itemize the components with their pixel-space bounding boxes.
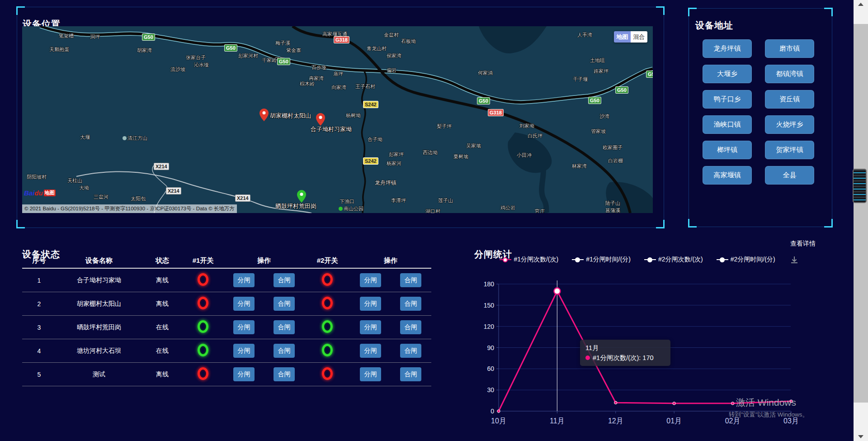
table-column-header: #1开关 xyxy=(183,256,223,265)
view-details-link[interactable]: 查看详情 xyxy=(790,240,816,248)
switch-1-indicator-green xyxy=(198,320,208,333)
map-pin-icon[interactable]: 晒鼓坪村荒田岗 xyxy=(297,190,306,203)
map-place-label: 刘家坳 xyxy=(519,123,534,129)
map-place-label: 陆子山 xyxy=(605,200,620,207)
address-button[interactable]: 高家堰镇 xyxy=(703,166,752,185)
legend-item[interactable]: #2分闸次数/(次) xyxy=(644,256,703,264)
operation-cell: 分闸合闸 xyxy=(350,297,431,311)
baidu-map[interactable]: 笔架槽洞坪天鹅抱蛋胡家湾梅子溪紫金寨二墩高家堰互通金盆村石板坳青龙山村侯家湾流沙… xyxy=(22,26,653,213)
svg-text:0: 0 xyxy=(491,408,494,415)
map-type-toggle[interactable]: 地图 混合 xyxy=(614,31,647,43)
address-button[interactable]: 火烧坪乡 xyxy=(765,115,814,134)
corner-decoration xyxy=(16,6,25,15)
operation-cell: 分闸合闸 xyxy=(223,297,305,311)
map-place-label: 湖口村 xyxy=(425,208,440,213)
address-button[interactable]: 龙舟坪镇 xyxy=(703,39,752,58)
map-place-label: 鸡公岩 xyxy=(500,204,515,211)
close-switch-button[interactable]: 合闸 xyxy=(400,344,421,358)
legend-marker-icon xyxy=(717,257,728,262)
address-button[interactable]: 都镇湾镇 xyxy=(765,65,814,83)
close-switch-button[interactable]: 合闸 xyxy=(400,367,421,381)
close-switch-button[interactable]: 合闸 xyxy=(400,273,421,287)
poi-icon xyxy=(123,136,127,140)
scrollbar-thumb[interactable] xyxy=(854,24,868,403)
map-place-label: 三盆河 xyxy=(94,194,108,200)
map-type-option-hybrid[interactable]: 混合 xyxy=(631,31,647,43)
map-place-label: 沁水垭 xyxy=(194,62,209,68)
map-place-label: 紫金寨 xyxy=(286,47,301,54)
map-place-label: 沙湾 xyxy=(599,113,609,120)
open-switch-button[interactable]: 分闸 xyxy=(233,320,255,334)
table-row: 2胡家棚村太阳山离线分闸合闸分闸合闸 xyxy=(22,292,431,316)
map-pin-label: 晒鼓坪村荒田岗 xyxy=(275,202,316,210)
map-pin-icon[interactable]: 合子坳村习家坳 xyxy=(316,113,325,126)
table-column-header: 序号 xyxy=(22,256,56,265)
open-switch-button[interactable]: 分闸 xyxy=(233,297,255,311)
map-place-label: 百步垭 xyxy=(311,64,326,71)
address-button[interactable]: 全县 xyxy=(765,166,814,185)
close-switch-button[interactable]: 合闸 xyxy=(274,297,295,311)
legend-marker-icon xyxy=(572,257,584,262)
device-status: 离线 xyxy=(142,300,183,308)
device-address-panel: 设备地址 龙舟坪镇磨市镇大堰乡都镇湾镇鸭子口乡资丘镇渔峡口镇火烧坪乡榔坪镇贺家坪… xyxy=(689,8,832,227)
address-button[interactable]: 贺家坪镇 xyxy=(765,141,814,159)
open-switch-button[interactable]: 分闸 xyxy=(360,273,381,287)
device-status: 离线 xyxy=(142,370,183,379)
scrollbar-up-arrow[interactable] xyxy=(858,3,863,6)
close-switch-button[interactable]: 合闸 xyxy=(274,273,295,287)
device-name: 胡家棚村太阳山 xyxy=(56,300,142,308)
close-switch-button[interactable]: 合闸 xyxy=(400,297,421,311)
switch-1-indicator-green xyxy=(198,344,208,356)
open-switch-button[interactable]: 分闸 xyxy=(360,344,381,358)
map-place-label: 天鹅抱蛋 xyxy=(49,46,69,53)
scrollbar-down-arrow[interactable] xyxy=(858,435,863,438)
address-button[interactable]: 鸭子口乡 xyxy=(703,90,752,109)
road-shield: G50 xyxy=(277,58,290,65)
road-shield: G318 xyxy=(334,36,349,43)
address-button[interactable]: 磨市镇 xyxy=(765,39,814,58)
map-place-label: 欧家圈子 xyxy=(603,144,623,151)
open-switch-button[interactable]: 分闸 xyxy=(360,297,381,311)
page-scrollbar[interactable] xyxy=(854,0,868,441)
address-button[interactable]: 资丘镇 xyxy=(765,90,814,109)
table-column-header: 设备名称 xyxy=(56,256,142,265)
legend-label: #2分闸次数/(次) xyxy=(658,256,703,264)
row-index: 3 xyxy=(22,324,56,331)
open-switch-button[interactable]: 分闸 xyxy=(233,367,255,381)
close-switch-button[interactable]: 合闸 xyxy=(274,320,295,334)
address-button[interactable]: 渔峡口镇 xyxy=(703,115,752,134)
road-shield: X214 xyxy=(154,163,169,170)
legend-item[interactable]: #1分闸次数/(次) xyxy=(500,256,558,264)
map-place-label: 白岩棚 xyxy=(608,157,623,164)
scrollbar-widget[interactable] xyxy=(853,169,867,203)
close-switch-button[interactable]: 合闸 xyxy=(400,320,421,334)
map-place-label: 合子坳 xyxy=(368,136,382,143)
open-switch-button[interactable]: 分闸 xyxy=(233,273,255,287)
chart-tooltip: 11月 #1分闸次数/(次): 170 xyxy=(580,340,670,366)
row-index: 4 xyxy=(22,347,56,355)
device-name: 晒鼓坪村荒田岗 xyxy=(56,323,142,332)
row-index: 5 xyxy=(22,371,56,378)
address-button[interactable]: 大堰乡 xyxy=(703,65,752,83)
address-button[interactable]: 榔坪镇 xyxy=(703,141,752,159)
open-switch-button[interactable]: 分闸 xyxy=(360,367,381,381)
map-place-label: 侯家湾 xyxy=(387,52,401,59)
table-row: 5测试离线分闸合闸分闸合闸 xyxy=(22,363,431,386)
table-column-header: #2开关 xyxy=(305,256,350,265)
close-switch-button[interactable]: 合闸 xyxy=(274,367,295,381)
table-row: 4塘坊河村大石坝在线分闸合闸分闸合闸 xyxy=(22,339,431,363)
map-place-label: 菖蒲溪 xyxy=(605,207,620,213)
map-place-label: 西边坳 xyxy=(423,149,438,156)
legend-item[interactable]: #1分闸时间/(分) xyxy=(572,256,631,264)
close-switch-button[interactable]: 合闸 xyxy=(274,344,295,358)
open-switch-button[interactable]: 分闸 xyxy=(360,320,381,334)
map-type-option-map[interactable]: 地图 xyxy=(614,31,631,43)
tooltip-series-dot xyxy=(585,356,590,360)
table-header-row: 序号设备名称状态#1开关操作#2开关操作 xyxy=(22,253,431,269)
map-pin-icon[interactable]: 胡家棚村太阳山 xyxy=(259,109,269,121)
open-switch-button[interactable]: 分闸 xyxy=(233,344,255,358)
device-status: 在线 xyxy=(142,323,183,332)
legend-marker-icon xyxy=(644,257,656,262)
legend-item[interactable]: #2分闸时间/(分) xyxy=(717,256,775,264)
address-button-grid: 龙舟坪镇磨市镇大堰乡都镇湾镇鸭子口乡资丘镇渔峡口镇火烧坪乡榔坪镇贺家坪镇高家堰镇… xyxy=(703,39,829,185)
